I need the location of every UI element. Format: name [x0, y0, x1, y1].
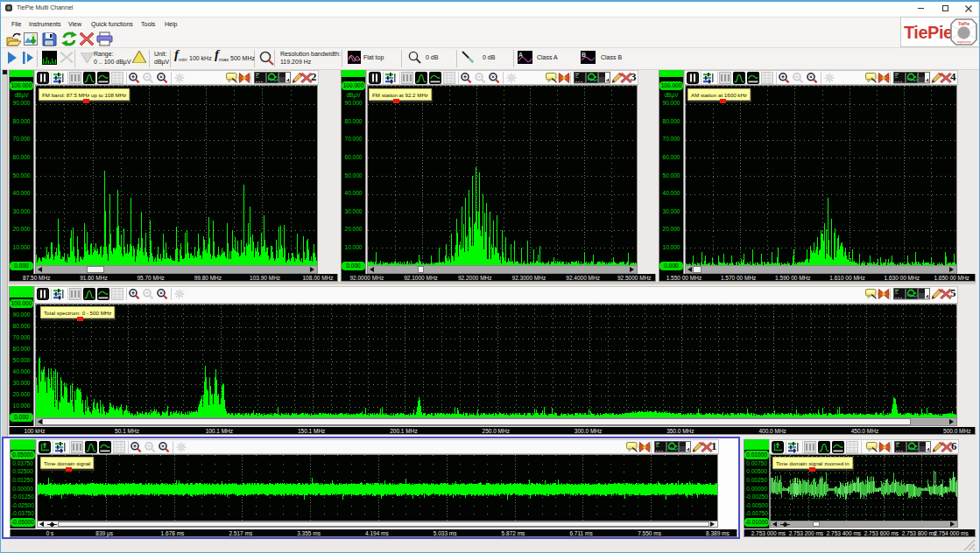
- svg-text:engineering: engineering: [957, 40, 971, 44]
- svg-text:TiePie: TiePie: [958, 22, 970, 26]
